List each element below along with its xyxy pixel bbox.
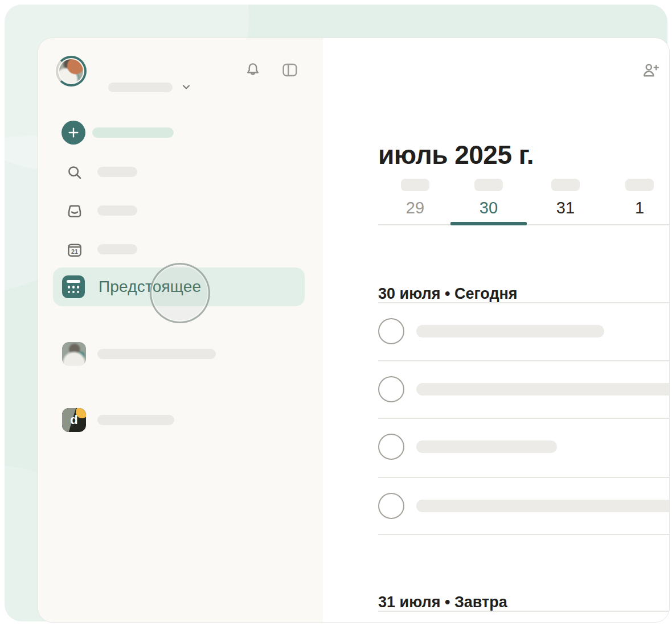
sidebar-item-project[interactable]: d xyxy=(38,401,300,439)
add-task-button[interactable] xyxy=(62,121,85,145)
day-number: 29 xyxy=(377,197,453,218)
notifications-button[interactable] xyxy=(243,60,263,80)
bell-icon xyxy=(244,61,261,79)
task-row[interactable] xyxy=(323,303,669,360)
plus-icon xyxy=(67,126,80,139)
sidebar-item-label: Предстоящее xyxy=(99,277,201,296)
task-title-skeleton xyxy=(416,440,557,453)
chevron-down-icon xyxy=(181,81,192,93)
task-row[interactable] xyxy=(323,361,669,418)
task-checkbox[interactable] xyxy=(378,376,404,402)
search-icon xyxy=(66,164,83,181)
project-avatar-letter: d xyxy=(62,408,86,432)
page-title: июль 2025 г. xyxy=(378,139,534,171)
weekday-skeleton xyxy=(625,179,654,191)
inbox-icon xyxy=(66,203,83,220)
project-label-skeleton xyxy=(97,349,216,359)
project-label-skeleton xyxy=(97,415,174,425)
calendar-day-number: 21 xyxy=(71,248,78,255)
sidebar-item-search[interactable] xyxy=(65,163,84,182)
sidebar-item-inbox[interactable] xyxy=(65,202,84,220)
day-number: 30 xyxy=(450,197,527,218)
sidebar-item-today[interactable]: 21 xyxy=(65,241,84,259)
today-label-skeleton xyxy=(97,244,137,254)
day-column-29[interactable]: 29 xyxy=(377,179,453,227)
sidebar-item-project[interactable] xyxy=(38,335,300,373)
task-row[interactable] xyxy=(323,478,669,535)
sidebar-toggle-button[interactable] xyxy=(280,60,300,80)
task-row[interactable] xyxy=(323,419,669,476)
avatar xyxy=(56,56,87,87)
desktop-background: 21 Предстоящее d xyxy=(0,0,672,626)
search-label-skeleton xyxy=(97,167,137,177)
weekday-skeleton xyxy=(401,179,429,191)
inbox-label-skeleton xyxy=(97,205,137,216)
sidebar: 21 Предстоящее d xyxy=(38,38,323,622)
add-person-icon xyxy=(641,61,659,80)
weekday-skeleton xyxy=(474,179,503,191)
task-checkbox[interactable] xyxy=(378,318,404,344)
avatar-photo xyxy=(59,59,83,83)
divider xyxy=(378,611,669,612)
day-column-1[interactable]: 1 xyxy=(601,179,670,227)
day-column-31[interactable]: 31 xyxy=(527,179,604,227)
workspace-name-skeleton xyxy=(108,83,173,92)
upcoming-grid-icon xyxy=(62,275,85,298)
day-column-30-selected[interactable]: 30 xyxy=(450,179,527,227)
project-avatar: d xyxy=(62,408,86,432)
app-window: 21 Предстоящее d xyxy=(38,38,670,623)
day-number: 1 xyxy=(601,197,670,218)
project-avatar xyxy=(62,342,86,366)
main-content: июль 2025 г. 29 30 31 1 xyxy=(323,38,669,622)
sidebar-item-upcoming[interactable]: Предстоящее xyxy=(53,267,305,306)
sidebar-toggle-icon xyxy=(281,61,299,79)
share-button[interactable] xyxy=(640,60,661,81)
task-title-skeleton xyxy=(416,325,604,337)
section-header-tomorrow: 31 июля • Завтра xyxy=(378,592,507,612)
task-checkbox[interactable] xyxy=(378,434,404,460)
calendar-icon: 21 xyxy=(66,241,83,258)
section-header-today: 30 июля • Сегодня xyxy=(378,284,518,303)
add-task-label-skeleton xyxy=(92,127,174,138)
task-title-skeleton xyxy=(416,500,670,512)
divider xyxy=(378,534,669,535)
task-checkbox[interactable] xyxy=(378,493,404,519)
task-title-skeleton xyxy=(416,383,670,396)
weekday-skeleton xyxy=(551,179,580,191)
workspace-switcher[interactable] xyxy=(54,54,178,88)
day-number: 31 xyxy=(527,197,604,218)
selected-day-underline xyxy=(450,222,527,225)
